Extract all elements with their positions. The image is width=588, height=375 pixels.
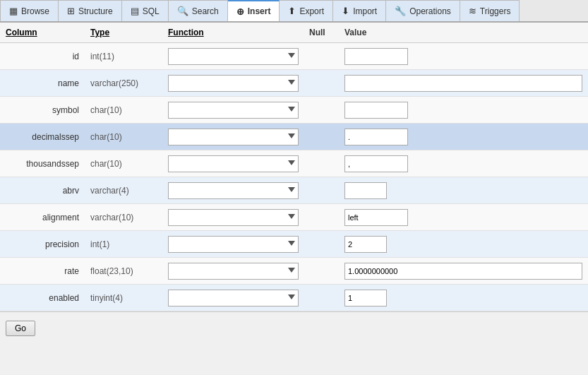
table-row: alignmentvarchar(10) bbox=[0, 204, 588, 231]
tab-label-export: Export bbox=[299, 6, 324, 16]
header-function: Function bbox=[162, 25, 304, 40]
operations-icon: 🔧 bbox=[395, 6, 406, 16]
table-header: Column Type Function Null Value bbox=[0, 23, 588, 43]
cell-type-name: varchar(250) bbox=[85, 76, 162, 90]
cell-column-enabled: enabled bbox=[0, 291, 85, 305]
search-icon: 🔍 bbox=[177, 6, 188, 16]
cell-value-thousandssep bbox=[339, 153, 588, 174]
tab-label-operations: Operations bbox=[409, 6, 451, 16]
table-row: enabledtinyint(4) bbox=[0, 285, 588, 311]
tab-export[interactable]: ⬆Export bbox=[280, 0, 333, 21]
tab-structure[interactable]: ⊞Structure bbox=[59, 0, 122, 21]
cell-type-symbol: char(10) bbox=[85, 103, 162, 117]
value-input-abrv[interactable] bbox=[344, 182, 387, 199]
sql-icon: ▤ bbox=[131, 6, 139, 16]
cell-type-enabled: tinyint(4) bbox=[85, 291, 162, 305]
function-select-id[interactable] bbox=[168, 48, 299, 65]
function-select-enabled[interactable] bbox=[168, 290, 299, 306]
value-input-name[interactable] bbox=[344, 75, 582, 92]
function-select-symbol[interactable] bbox=[168, 102, 299, 119]
function-select-abrv[interactable] bbox=[168, 182, 299, 199]
value-input-decimalssep[interactable] bbox=[344, 129, 408, 145]
tab-label-insert: Insert bbox=[248, 6, 271, 16]
value-input-enabled[interactable] bbox=[344, 290, 387, 306]
cell-type-abrv: varchar(4) bbox=[85, 184, 162, 198]
function-select-decimalssep[interactable] bbox=[168, 129, 299, 145]
cell-function-rate bbox=[162, 261, 304, 282]
function-select-alignment[interactable] bbox=[168, 209, 299, 226]
cell-value-name bbox=[339, 73, 588, 94]
footer: Go bbox=[0, 311, 588, 345]
export-icon: ⬆ bbox=[288, 6, 296, 16]
cell-null-name bbox=[304, 81, 339, 85]
cell-function-thousandssep bbox=[162, 153, 304, 174]
table-row: abrvvarchar(4) bbox=[0, 177, 588, 204]
table-row: symbolchar(10) bbox=[0, 97, 588, 124]
tab-label-browse: Browse bbox=[21, 6, 49, 16]
cell-null-precision bbox=[304, 242, 339, 246]
cell-null-symbol bbox=[304, 108, 339, 112]
cell-function-id bbox=[162, 46, 304, 67]
table-row: ratefloat(23,10) bbox=[0, 258, 588, 285]
tab-label-search: Search bbox=[192, 6, 219, 16]
structure-icon: ⊞ bbox=[67, 6, 75, 16]
function-select-name[interactable] bbox=[168, 75, 299, 92]
cell-column-rate: rate bbox=[0, 264, 85, 278]
cell-function-enabled bbox=[162, 287, 304, 309]
cell-value-abrv bbox=[339, 180, 588, 201]
tab-triggers[interactable]: ≋Triggers bbox=[460, 0, 520, 21]
cell-column-precision: precision bbox=[0, 237, 85, 251]
tab-search[interactable]: 🔍Search bbox=[169, 0, 228, 21]
cell-value-precision bbox=[339, 234, 588, 255]
cell-type-alignment: varchar(10) bbox=[85, 210, 162, 225]
cell-column-thousandssep: thousandssep bbox=[0, 157, 85, 171]
cell-null-enabled bbox=[304, 296, 339, 300]
cell-null-abrv bbox=[304, 189, 339, 193]
header-type: Type bbox=[85, 25, 162, 40]
cell-function-name bbox=[162, 73, 304, 94]
function-select-thousandssep[interactable] bbox=[168, 155, 299, 172]
tab-insert[interactable]: ⊕Insert bbox=[228, 0, 280, 21]
function-select-precision[interactable] bbox=[168, 236, 299, 253]
tab-bar: ▦Browse⊞Structure▤SQL🔍Search⊕Insert⬆Expo… bbox=[0, 0, 588, 23]
header-null: Null bbox=[304, 25, 339, 40]
cell-type-id: int(11) bbox=[85, 49, 162, 64]
cell-function-precision bbox=[162, 234, 304, 255]
cell-function-symbol bbox=[162, 100, 304, 121]
tab-label-sql: SQL bbox=[143, 6, 160, 16]
cell-column-abrv: abrv bbox=[0, 184, 85, 198]
value-input-id[interactable] bbox=[344, 48, 408, 65]
cell-value-alignment bbox=[339, 207, 588, 228]
header-value: Value bbox=[339, 25, 588, 40]
function-select-rate[interactable] bbox=[168, 263, 299, 280]
tab-label-structure: Structure bbox=[78, 6, 113, 16]
value-input-symbol[interactable] bbox=[344, 102, 408, 119]
tab-browse[interactable]: ▦Browse bbox=[0, 0, 59, 21]
cell-null-decimalssep bbox=[304, 135, 339, 139]
value-input-thousandssep[interactable] bbox=[344, 155, 408, 172]
cell-null-id bbox=[304, 54, 339, 59]
cell-function-decimalssep bbox=[162, 126, 304, 148]
cell-function-abrv bbox=[162, 180, 304, 201]
cell-null-thousandssep bbox=[304, 162, 339, 166]
insert-icon: ⊕ bbox=[236, 6, 244, 17]
cell-type-rate: float(23,10) bbox=[85, 264, 162, 278]
cell-value-enabled bbox=[339, 287, 588, 309]
table-row: decimalssepchar(10) bbox=[0, 124, 588, 150]
value-input-alignment[interactable] bbox=[344, 209, 408, 226]
cell-null-rate bbox=[304, 269, 339, 273]
value-input-rate[interactable] bbox=[344, 263, 582, 280]
tab-sql[interactable]: ▤SQL bbox=[122, 0, 169, 21]
table-row: thousandssepchar(10) bbox=[0, 150, 588, 177]
cell-type-thousandssep: char(10) bbox=[85, 157, 162, 171]
value-input-precision[interactable] bbox=[344, 236, 387, 253]
cell-column-decimalssep: decimalssep bbox=[0, 130, 85, 144]
tab-operations[interactable]: 🔧Operations bbox=[386, 0, 460, 21]
import-icon: ⬇ bbox=[342, 6, 349, 16]
cell-column-symbol: symbol bbox=[0, 103, 85, 117]
table-row: precisionint(1) bbox=[0, 231, 588, 258]
cell-column-alignment: alignment bbox=[0, 210, 85, 225]
go-button[interactable]: Go bbox=[6, 321, 35, 336]
cell-value-id bbox=[339, 46, 588, 67]
tab-import[interactable]: ⬇Import bbox=[333, 0, 386, 21]
